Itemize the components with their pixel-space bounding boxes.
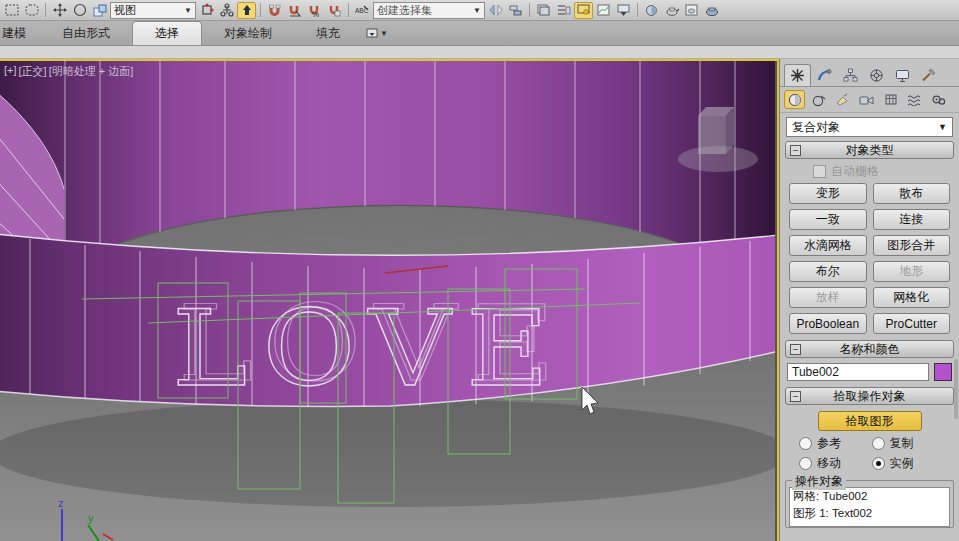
align-icon[interactable] bbox=[506, 2, 525, 19]
radio-reference[interactable]: 参考 bbox=[799, 435, 872, 452]
button-procutter[interactable]: ProCutter bbox=[873, 313, 951, 334]
keyboard-override-toggle-icon[interactable] bbox=[237, 2, 256, 19]
ribbon-overflow-button[interactable]: ▼ bbox=[362, 21, 392, 45]
ribbon-tab-populate[interactable]: 填充 bbox=[294, 21, 362, 45]
radio-move[interactable]: 移动 bbox=[799, 455, 872, 472]
category-systems[interactable] bbox=[928, 90, 949, 109]
tab-create[interactable] bbox=[784, 64, 811, 86]
object-type-buttons: 变形 散布 一致 连接 水滴网格 图形合并 布尔 地形 放样 网格化 ProBo… bbox=[789, 183, 950, 334]
svg-text:z: z bbox=[58, 497, 64, 509]
ribbon-tab-object-paint[interactable]: 对象绘制 bbox=[202, 21, 294, 45]
button-morph[interactable]: 变形 bbox=[789, 183, 867, 204]
scene-explorer-icon[interactable] bbox=[554, 2, 573, 19]
viewport-shading-menu[interactable]: [明暗处理 + 边面] bbox=[49, 64, 134, 79]
button-blobmesh[interactable]: 水滴网格 bbox=[789, 235, 867, 256]
percent-snap-icon[interactable]: % bbox=[305, 2, 324, 19]
rectangular-selection-icon[interactable] bbox=[2, 2, 21, 19]
button-mesher[interactable]: 网格化 bbox=[873, 287, 951, 308]
autogrid-checkbox[interactable] bbox=[813, 165, 826, 178]
button-scatter[interactable]: 散布 bbox=[873, 183, 951, 204]
category-lights[interactable] bbox=[832, 90, 853, 109]
category-helpers[interactable] bbox=[880, 90, 901, 109]
rendered-frame-window-icon[interactable] bbox=[682, 2, 701, 19]
category-geometry[interactable] bbox=[784, 90, 805, 109]
ribbon-tab-selection[interactable]: 选择 bbox=[132, 21, 202, 45]
ribbon-tab-bar: 建模 自由形式 选择 对象绘制 填充 ▼ bbox=[0, 21, 959, 46]
perspective-viewport[interactable]: [+] [正交] [明暗处理 + 边面] bbox=[0, 59, 779, 541]
angle-snap-icon[interactable] bbox=[285, 2, 304, 19]
window-crossing-icon[interactable] bbox=[90, 2, 109, 19]
category-shapes[interactable] bbox=[808, 90, 829, 109]
operands-list[interactable]: 网格: Tube002 图形 1: Text002 bbox=[789, 487, 950, 527]
named-selection-set-combo[interactable]: 创建选择集▼ bbox=[373, 2, 485, 19]
clone-method-radios: 参考 复制 移动 实例 bbox=[799, 435, 944, 472]
spinner-snap-icon[interactable] bbox=[325, 2, 344, 19]
button-boolean[interactable]: 布尔 bbox=[789, 261, 867, 282]
select-and-manipulate-icon[interactable] bbox=[217, 2, 236, 19]
object-category-dropdown[interactable]: 复合对象 ▼ bbox=[786, 117, 953, 137]
object-type-rollout-header[interactable]: – 对象类型 bbox=[785, 141, 954, 159]
category-cameras[interactable] bbox=[856, 90, 877, 109]
autogrid-row: 自动栅格 bbox=[813, 163, 954, 180]
chevron-down-icon: ▼ bbox=[380, 29, 388, 38]
operand-item[interactable]: 网格: Tube002 bbox=[790, 488, 949, 505]
tab-utilities[interactable] bbox=[916, 65, 941, 86]
button-connect[interactable]: 连接 bbox=[873, 209, 951, 230]
radio-dot bbox=[872, 437, 885, 450]
object-name-input[interactable]: Tube002 bbox=[787, 363, 929, 381]
object-color-swatch[interactable] bbox=[934, 363, 952, 381]
snaps-toggle-icon[interactable] bbox=[265, 2, 284, 19]
tab-display[interactable] bbox=[890, 65, 915, 86]
viewport-general-menu[interactable]: [+] bbox=[4, 64, 17, 79]
tab-motion[interactable] bbox=[864, 65, 889, 86]
ribbon-tab-modeling[interactable]: 建模 bbox=[0, 21, 40, 45]
autogrid-label: 自动栅格 bbox=[831, 163, 879, 180]
toolbar-separator bbox=[529, 3, 530, 17]
render-setup-icon[interactable] bbox=[662, 2, 681, 19]
ribbon-toggle-icon[interactable] bbox=[574, 2, 593, 19]
create-categories bbox=[780, 87, 959, 113]
select-and-move-icon[interactable] bbox=[50, 2, 69, 19]
select-and-rotate-icon[interactable] bbox=[70, 2, 89, 19]
svg-text:%: % bbox=[312, 9, 319, 17]
material-editor-icon[interactable] bbox=[642, 2, 661, 19]
panel-scrollbar[interactable] bbox=[954, 359, 958, 419]
edit-named-selection-sets-icon[interactable]: ABC bbox=[353, 2, 372, 19]
radio-instance[interactable]: 实例 bbox=[872, 455, 945, 472]
toolbar-separator bbox=[260, 3, 261, 17]
operands-group: 操作对象 网格: Tube002 图形 1: Text002 bbox=[785, 480, 954, 528]
use-pivot-point-icon[interactable] bbox=[197, 2, 216, 19]
tube-shadow bbox=[0, 399, 775, 507]
operand-item[interactable]: 图形 1: Text002 bbox=[790, 505, 949, 522]
radio-copy[interactable]: 复制 bbox=[872, 435, 945, 452]
render-production-icon[interactable] bbox=[702, 2, 721, 19]
pick-operand-rollout-header[interactable]: – 拾取操作对象 bbox=[785, 387, 954, 405]
pick-shape-button[interactable]: 拾取图形 bbox=[818, 411, 922, 431]
ribbon-tab-freeform[interactable]: 自由形式 bbox=[40, 21, 132, 45]
button-conform[interactable]: 一致 bbox=[789, 209, 867, 230]
window-icon bbox=[366, 28, 378, 38]
reference-coordinate-dropdown[interactable]: 视图▼ bbox=[110, 2, 196, 19]
mirror-icon[interactable] bbox=[486, 2, 505, 19]
reference-coordinate-value: 视图 bbox=[114, 3, 136, 18]
category-space-warps[interactable] bbox=[904, 90, 925, 109]
button-proboolean[interactable]: ProBoolean bbox=[789, 313, 867, 334]
tab-hierarchy[interactable] bbox=[838, 65, 863, 86]
layer-manager-icon[interactable] bbox=[534, 2, 553, 19]
viewport-pov-menu[interactable]: [正交] bbox=[19, 64, 47, 79]
chevron-down-icon: ▼ bbox=[184, 6, 192, 15]
button-shapemerge[interactable]: 图形合并 bbox=[873, 235, 951, 256]
radio-dot-selected bbox=[872, 457, 885, 470]
lasso-selection-icon[interactable] bbox=[22, 2, 41, 19]
schematic-view-icon[interactable] bbox=[614, 2, 633, 19]
name-color-rollout-header[interactable]: – 名称和颜色 bbox=[785, 340, 954, 358]
main-toolbar: 视图▼ % ABC 创建选择集▼ bbox=[0, 0, 959, 21]
tab-modify[interactable] bbox=[812, 65, 837, 86]
toolbar-separator bbox=[348, 3, 349, 17]
viewport-canvas: LOVE LOVE bbox=[0, 61, 775, 541]
radio-dot bbox=[799, 457, 812, 470]
named-selection-set-placeholder: 创建选择集 bbox=[377, 3, 432, 18]
button-terrain: 地形 bbox=[873, 261, 951, 282]
svg-text:y: y bbox=[88, 512, 94, 524]
curve-editor-icon[interactable] bbox=[594, 2, 613, 19]
